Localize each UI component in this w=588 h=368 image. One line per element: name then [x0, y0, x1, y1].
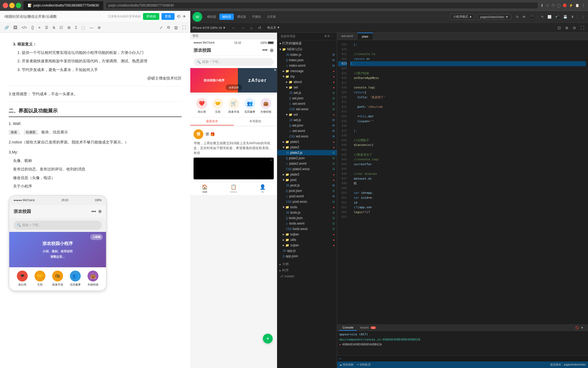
file-wd-js[interactable]: JSwd.jsM [277, 117, 337, 123]
grid-item-huzhu[interactable]: 🤝 互助 [212, 98, 223, 114]
tab-debugger[interactable]: 调试器 [234, 14, 249, 20]
tab-plate2-js[interactable]: plate [357, 33, 373, 40]
grid-item-stories[interactable]: 👥 瓜田趣事 [244, 98, 255, 114]
console-input[interactable] [341, 356, 586, 361]
fab-button[interactable]: + [263, 334, 273, 344]
preview2-icon[interactable]: ⬜ [546, 14, 553, 19]
toolbar-block[interactable]: ⬚ [80, 25, 86, 30]
toolbar-table[interactable]: ⊞ [66, 25, 72, 30]
phone-model-selector[interactable]: iPhone 6/7/8 100% 16 ▼ [192, 26, 226, 29]
filter-icon[interactable]: ▼ [581, 326, 584, 329]
url-bar[interactable]: juejin.cn/editor/drafts/7091983985777049… [105, 2, 538, 9]
folder-message[interactable]: ▸📁message● [277, 68, 337, 74]
open-editors-section[interactable]: ▾ 打开的编辑器 [277, 40, 337, 47]
editor-content[interactable]: 3. 框架意义： 1. 提供一个可以相对完整实现论坛功能的小程序功能的框架，方便… [0, 33, 190, 368]
file-plate2-wxml[interactable]: ◇plate2.wxmlU [277, 161, 337, 166]
file-post-wxss[interactable]: CSSpost.wxssU [277, 199, 337, 204]
console-tab-console[interactable]: Console [339, 325, 357, 331]
home-button[interactable]: ⌂ [248, 25, 254, 30]
maximize-button[interactable] [16, 3, 21, 8]
file-index-js[interactable]: JSindex.jsM [277, 52, 337, 57]
folder-post[interactable]: ▾📁post● [277, 177, 337, 183]
file-tools-js[interactable]: JStools.jsU [277, 210, 337, 215]
file-tools-wxss[interactable]: CSStools.wxssU [277, 226, 337, 232]
zoom-in-button[interactable]: ⊕ [564, 25, 570, 30]
hotspot-selector[interactable]: 热点关 ▼ [267, 26, 280, 30]
browser-tab[interactable]: 📝 juejin.cn/editor/drafts/70919839857770… [23, 1, 103, 10]
file-set-js[interactable]: JSset.jsU [277, 90, 337, 96]
folder-plate1[interactable]: ▸📁plate1● [277, 139, 337, 145]
minimize-button[interactable] [9, 3, 15, 8]
rotate-button[interactable]: ↺ [256, 25, 263, 30]
toolbar-split[interactable]: ⧉ [166, 24, 171, 30]
toolbar-strikethrough[interactable]: S̶ [52, 25, 56, 30]
nav-notice[interactable]: 📋 Notice [219, 182, 248, 195]
preview-icon[interactable]: 👁 [521, 14, 527, 19]
folder-wd[interactable]: ▾📁wd● [277, 112, 337, 117]
file-wd-json[interactable]: {}wd.jsonM [277, 123, 337, 128]
file-post-wxml[interactable]: ◇post.wxmlM [277, 194, 337, 199]
toolbar-code[interactable]: </> [20, 25, 28, 30]
tab-simulator[interactable]: 模拟器 [204, 14, 219, 20]
nav-wall[interactable]: 🏠 Wall [190, 182, 219, 195]
settings-icon[interactable]: ✈ [182, 14, 186, 19]
toolbar-divider[interactable]: — [88, 25, 94, 30]
tab-cloud[interactable]: 云开发 [264, 14, 279, 20]
code-area[interactable]: 819820821822 823 824825826827 8288298308… [337, 40, 588, 324]
folder-my[interactable]: ▾📁my● [277, 74, 337, 79]
tab-visual[interactable]: 可视化 [249, 14, 264, 20]
update-button[interactable]: 更新 [161, 13, 175, 20]
nav-path-selector[interactable]: pages/index/index ▼ [477, 14, 511, 20]
toolbar-image[interactable]: 🖼 [12, 25, 18, 30]
save-icon[interactable]: 💾 [562, 14, 569, 19]
nav-my[interactable]: 👤 My [248, 182, 277, 195]
tab-hot[interactable]: 本周最热 [234, 118, 277, 125]
toolbar-formula[interactable]: Σ [74, 25, 79, 30]
toolbar-fullscreen[interactable]: ⛶ [181, 25, 187, 30]
toolbar-braces[interactable]: {} [30, 25, 35, 30]
realdevice-icon[interactable]: 📱 [528, 14, 535, 19]
project-root[interactable]: ▾ 📁 NEW LCU [277, 47, 337, 52]
tab-editor[interactable]: 编辑器 [219, 14, 234, 20]
file-post-js[interactable]: JSpost.jsM [277, 183, 337, 188]
upload-icon[interactable]: ⬆ [570, 14, 575, 19]
grid-item-biaobaiwall[interactable]: ❤️ 表白墙 [196, 98, 207, 114]
rotate-icon[interactable]: ⟲ [177, 14, 180, 19]
file-wd-wxss[interactable]: CSSwd.wxssM [277, 134, 337, 139]
file-plate2-js[interactable]: JSplate2.jsU [277, 150, 337, 155]
file-appjs[interactable]: JSapp.js [277, 248, 337, 253]
draft-button[interactable]: 草稿箱 [143, 13, 159, 20]
bookmark-icon[interactable]: ☆ [546, 3, 549, 8]
toolbar-split2[interactable]: ▥ [173, 25, 179, 30]
file-wd-wxml[interactable]: ◇wd.wxmlM [277, 128, 337, 134]
refresh-icon[interactable]: ↻ [515, 14, 520, 19]
toolbar-expand[interactable]: ⤢ [158, 25, 164, 30]
menu-icon[interactable]: ⋮ [581, 3, 585, 8]
fullscreen-button[interactable]: ⛶ [579, 25, 586, 30]
toolbar-list-ol[interactable]: ≡ [37, 25, 42, 30]
file-plate2-json[interactable]: {}plate2.jsonU [277, 155, 337, 161]
file-tools-json[interactable]: {}tools.jsonU [277, 215, 337, 221]
more-icon[interactable]: ⋮ [580, 14, 586, 19]
file-index-wxml[interactable]: ◇index.wxmlM [277, 63, 337, 68]
close-button[interactable] [3, 3, 8, 8]
editor-icon[interactable]: ✎ [540, 14, 545, 19]
camera-icon[interactable]: ⊕ [270, 47, 274, 53]
realphone-icon[interactable]: 📲 [554, 14, 561, 19]
share-icon[interactable]: ⬆ [540, 3, 544, 8]
toolbar-align[interactable]: ⊕ [97, 25, 102, 30]
file-set-json[interactable]: {}set.jsonU [277, 96, 337, 101]
tab-latest[interactable]: 最新发布 [190, 118, 234, 125]
tab-wd-wxml[interactable]: wd.wxml [337, 33, 357, 40]
folder-tuijian[interactable]: ▸📁tuijian● [277, 232, 337, 237]
back-button[interactable]: ← [230, 25, 237, 30]
folder-set[interactable]: ▾📁set● [277, 85, 337, 90]
toolbar-list-ul[interactable]: ☰ [44, 25, 49, 30]
console-tab-issues[interactable]: Issues 21 [357, 325, 379, 331]
grid-item-lost[interactable]: 👜 失物招领 [260, 98, 271, 114]
folder-utils[interactable]: ▸📁utils● [277, 237, 337, 243]
file-index-json[interactable]: {}index.jsonM [277, 57, 337, 63]
file-post-json[interactable]: {}post.jsonU [277, 188, 337, 194]
folder-plate2[interactable]: ▾📁plate2● [277, 145, 337, 150]
folder-plate3[interactable]: ▸📁plate3● [277, 172, 337, 177]
